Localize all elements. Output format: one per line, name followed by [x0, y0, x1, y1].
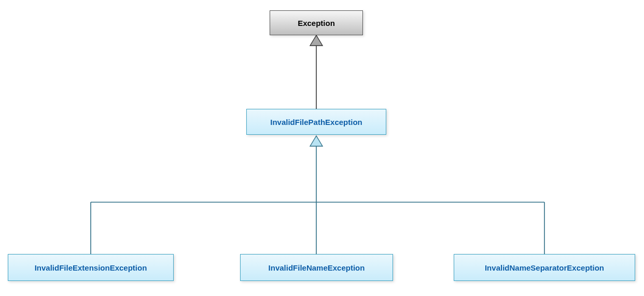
class-exception: Exception: [270, 10, 363, 35]
class-invalid-name-separator-exception: InvalidNameSeparatorException: [454, 254, 635, 281]
connectors: [0, 0, 644, 296]
class-label: InvalidNameSeparatorException: [485, 263, 604, 272]
class-invalid-file-name-exception: InvalidFileNameException: [240, 254, 393, 281]
class-invalid-file-path-exception: InvalidFilePathException: [246, 109, 386, 135]
class-label: InvalidFileNameException: [269, 263, 365, 272]
class-label: InvalidFileExtensionException: [35, 263, 147, 272]
class-invalid-file-extension-exception: InvalidFileExtensionException: [8, 254, 174, 281]
class-label: InvalidFilePathException: [270, 118, 362, 126]
class-label: Exception: [298, 19, 335, 27]
